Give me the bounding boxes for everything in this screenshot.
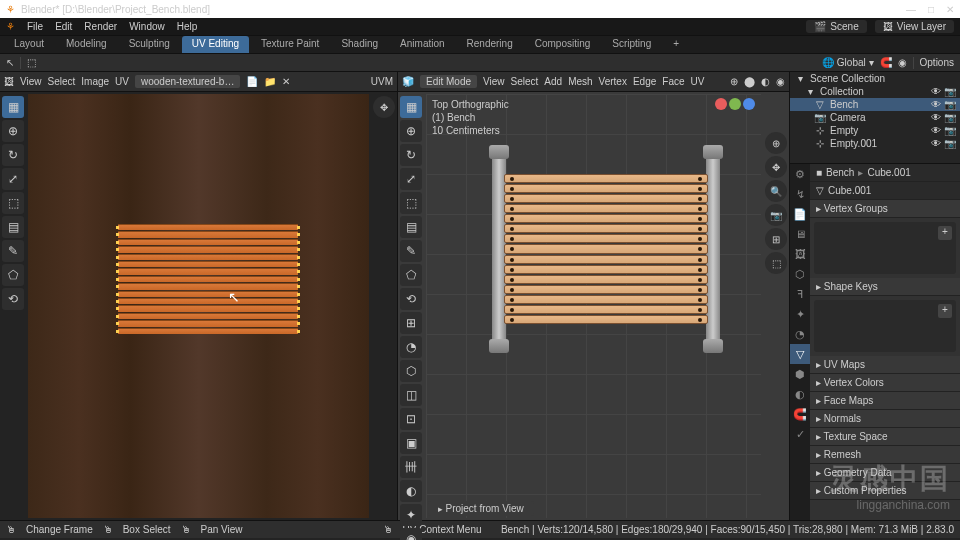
shading-matcap-icon[interactable]: ◐ [761, 76, 770, 87]
select-box-icon[interactable]: ⬚ [27, 57, 36, 68]
ws-texturepaint[interactable]: Texture Paint [251, 36, 329, 53]
section-custom-properties[interactable]: ▸ Custom Properties [810, 482, 960, 500]
prop-tab-5[interactable]: ⬡ [790, 264, 810, 284]
v3d-menu-select[interactable]: Select [511, 76, 539, 87]
section-geometry-data[interactable]: ▸ Geometry Data [810, 464, 960, 482]
section-uv-maps[interactable]: ▸ UV Maps [810, 356, 960, 374]
prop-tab-11[interactable]: ◐ [790, 384, 810, 404]
viewlayer-selector[interactable]: 🖼View Layer [875, 20, 954, 33]
project-from-view-button[interactable]: ▸ Project from View [428, 501, 534, 516]
prop-tab-10[interactable]: ⬢ [790, 364, 810, 384]
close-button[interactable]: ✕ [946, 4, 954, 15]
ws-layout[interactable]: Layout [4, 36, 54, 53]
v3d-menu-vertex[interactable]: Vertex [599, 76, 627, 87]
uv-pan-icon[interactable]: ✥ [373, 96, 395, 118]
add-icon[interactable]: + [938, 304, 952, 318]
v3d-tool-17[interactable]: ✦ [400, 504, 422, 526]
prop-tab-12[interactable]: 🧲 [790, 404, 810, 424]
prop-tab-6[interactable]: ꟻ [790, 284, 810, 304]
ws-compositing[interactable]: Compositing [525, 36, 601, 53]
shape-keys-list[interactable]: + [814, 300, 956, 352]
prop-tab-4[interactable]: 🖼 [790, 244, 810, 264]
v3d-tool-10[interactable]: ◔ [400, 336, 422, 358]
editor-type-icon[interactable]: 🧊 [402, 76, 414, 87]
ws-shading[interactable]: Shading [331, 36, 388, 53]
v3d-tool-9[interactable]: ⊞ [400, 312, 422, 334]
prop-tab-8[interactable]: ◔ [790, 324, 810, 344]
v3d-tool-7[interactable]: ⬠ [400, 264, 422, 286]
menu-edit[interactable]: Edit [55, 21, 72, 32]
v3d-nav-2[interactable]: 🔍 [765, 180, 787, 202]
v3d-menu-face[interactable]: Face [662, 76, 684, 87]
v3d-nav-4[interactable]: ⊞ [765, 228, 787, 250]
uv-selection[interactable] [118, 224, 298, 334]
datablock-name[interactable]: ▽Cube.001 [810, 182, 960, 200]
v3d-tool-2[interactable]: ↻ [400, 144, 422, 166]
cursor-tool-icon[interactable]: ↖ [6, 57, 14, 68]
v3d-tool-1[interactable]: ⊕ [400, 120, 422, 142]
prop-tab-0[interactable]: ⚙ [790, 164, 810, 184]
v3d-tool-5[interactable]: ▤ [400, 216, 422, 238]
shading-solid-icon[interactable]: ⬤ [744, 76, 755, 87]
v3d-menu-mesh[interactable]: Mesh [568, 76, 592, 87]
menu-render[interactable]: Render [84, 21, 117, 32]
section-vertex-groups[interactable]: ▸ Vertex Groups [810, 200, 960, 218]
options-dropdown[interactable]: Options [920, 57, 954, 68]
v3d-nav-5[interactable]: ⬚ [765, 252, 787, 274]
shading-wireframe-icon[interactable]: ⊕ [730, 76, 738, 87]
uv-menu-uv[interactable]: UV [115, 76, 129, 87]
section-remesh[interactable]: ▸ Remesh [810, 446, 960, 464]
ws-animation[interactable]: Animation [390, 36, 454, 53]
v3d-tool-8[interactable]: ⟲ [400, 288, 422, 310]
ws-modeling[interactable]: Modeling [56, 36, 117, 53]
prop-tab-9[interactable]: ▽ [790, 344, 810, 364]
proportional-icon[interactable]: ◉ [898, 57, 907, 68]
prop-tab-2[interactable]: 📄 [790, 204, 810, 224]
v3d-tool-4[interactable]: ⬚ [400, 192, 422, 214]
snap-icon[interactable]: 🧲 [880, 57, 892, 68]
uv-tool-annotate[interactable]: ✎ [2, 240, 24, 262]
menu-window[interactable]: Window [129, 21, 165, 32]
v3d-tool-14[interactable]: ▣ [400, 432, 422, 454]
v3d-nav-1[interactable]: ✥ [765, 156, 787, 178]
ws-uvediting[interactable]: UV Editing [182, 36, 249, 53]
ws-scripting[interactable]: Scripting [602, 36, 661, 53]
uv-tool-select[interactable]: ▦ [2, 96, 24, 118]
menu-file[interactable]: File [27, 21, 43, 32]
bench-mesh[interactable] [496, 149, 716, 349]
uv-tool-rotate[interactable]: ⤢ [2, 168, 24, 190]
v3d-tool-15[interactable]: 卌 [400, 456, 422, 478]
editor-type-icon[interactable]: 🖼 [4, 76, 14, 87]
prop-tab-7[interactable]: ✦ [790, 304, 810, 324]
section-vertex-colors[interactable]: ▸ Vertex Colors [810, 374, 960, 392]
prop-tab-3[interactable]: 🖥 [790, 224, 810, 244]
mode-selector[interactable]: Edit Mode [420, 75, 477, 88]
uv-tool-cursor[interactable]: ⊕ [2, 120, 24, 142]
uv-menu-image[interactable]: Image [81, 76, 109, 87]
v3d-menu-uv[interactable]: UV [691, 76, 705, 87]
v3d-menu-view[interactable]: View [483, 76, 505, 87]
uv-menu-select[interactable]: Select [48, 76, 76, 87]
open-image-icon[interactable]: 📁 [264, 76, 276, 87]
nav-gizmo[interactable] [715, 98, 755, 110]
uv-tool-scale[interactable]: ⬚ [2, 192, 24, 214]
outliner[interactable]: ▾Scene Collection ▾Collection👁📷 ▽Bench👁📷… [790, 72, 960, 164]
menu-help[interactable]: Help [177, 21, 198, 32]
minimize-button[interactable]: — [906, 4, 916, 15]
v3d-tool-12[interactable]: ◫ [400, 384, 422, 406]
uv-viewport[interactable] [28, 94, 369, 518]
v3d-tool-13[interactable]: ⊡ [400, 408, 422, 430]
section-shape-keys[interactable]: ▸ Shape Keys [810, 278, 960, 296]
v3d-tool-3[interactable]: ⤢ [400, 168, 422, 190]
ws-sculpting[interactable]: Sculpting [119, 36, 180, 53]
uv-tool-grab[interactable]: ⬠ [2, 264, 24, 286]
uv-tool-move[interactable]: ↻ [2, 144, 24, 166]
ws-add[interactable]: + [663, 36, 689, 53]
3d-viewport[interactable]: Top Orthographic (1) Bench 10 Centimeter… [426, 94, 761, 518]
unlink-icon[interactable]: ✕ [282, 76, 290, 87]
new-image-icon[interactable]: 📄 [246, 76, 258, 87]
prop-tab-1[interactable]: ↯ [790, 184, 810, 204]
orientation-dropdown[interactable]: 🌐 Global ▾ [822, 57, 873, 68]
image-name-field[interactable]: wooden-textured-b… [135, 75, 240, 88]
v3d-nav-0[interactable]: ⊕ [765, 132, 787, 154]
